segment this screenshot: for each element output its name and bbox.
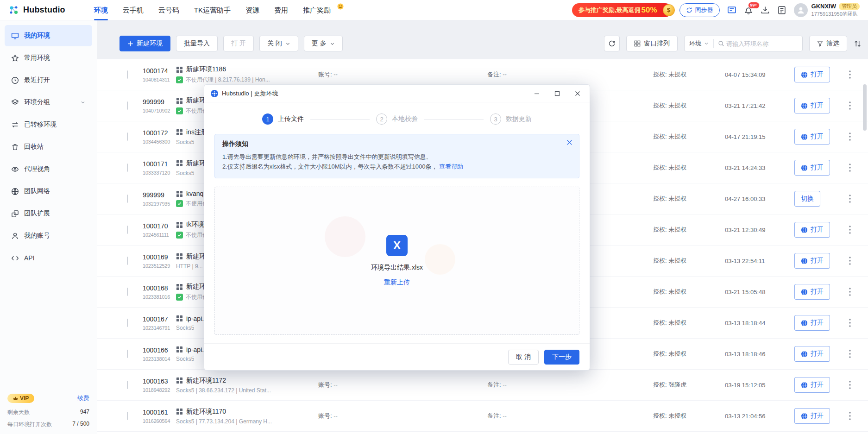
row-checkbox[interactable]: [127, 381, 128, 389]
close-icon[interactable]: [575, 91, 580, 96]
proxy-info: Socks5: [176, 325, 194, 331]
username: GKNXIW: [811, 3, 836, 10]
row-checkbox[interactable]: [127, 132, 128, 141]
minimize-icon[interactable]: [534, 91, 540, 96]
kebab-menu-icon: [849, 101, 851, 110]
open-environment-button[interactable]: 打开: [794, 284, 830, 300]
row-more-menu[interactable]: [841, 381, 859, 389]
new-environment-button[interactable]: 新建环境: [120, 36, 170, 51]
sort-columns-button[interactable]: [854, 40, 862, 48]
notice-close-icon[interactable]: [566, 139, 572, 145]
row-checkbox[interactable]: [127, 70, 128, 79]
sidebar-item-environment-groups[interactable]: 环境分组: [5, 92, 92, 113]
sidebar-item-proxy-view[interactable]: 代理视角: [5, 158, 92, 180]
vip-badge[interactable]: VIP: [7, 394, 34, 403]
row-checkbox[interactable]: [127, 164, 128, 172]
next-step-button[interactable]: 下一步: [544, 350, 579, 365]
search-scope-select[interactable]: 环境: [685, 39, 713, 48]
download-update-icon[interactable]: [761, 6, 770, 15]
kebab-menu-icon: [849, 412, 851, 420]
chevron-down-icon[interactable]: [80, 100, 86, 105]
search-input[interactable]: [724, 40, 802, 47]
open-environment-button[interactable]: 打开: [794, 253, 830, 269]
sidebar-item-my-account[interactable]: 我的账号: [5, 225, 92, 246]
account-cell: 账号: --: [318, 412, 487, 420]
vertical-scrollbar-thumb[interactable]: [863, 84, 867, 131]
work-order-icon[interactable]: [777, 6, 786, 15]
row-more-menu[interactable]: [841, 101, 859, 110]
team-name: 17759131950的团队: [811, 11, 860, 17]
row-more-menu[interactable]: [841, 257, 859, 265]
row-more-menu[interactable]: [841, 195, 859, 203]
nav-item-billing[interactable]: 费用: [267, 0, 296, 20]
row-checkbox[interactable]: [127, 257, 128, 265]
more-dropdown-button[interactable]: 更 多: [304, 36, 343, 51]
env-row[interactable]: 1000163 1018948292 新建环境1172 Socks5 | 38.…: [97, 370, 868, 401]
batch-import-button[interactable]: 批量导入: [176, 36, 218, 51]
open-environment-button[interactable]: 打开: [794, 377, 830, 393]
row-more-menu[interactable]: [841, 132, 859, 141]
sidebar-item-team-extension[interactable]: 团队扩展: [5, 203, 92, 224]
nav-item-referral[interactable]: 推广奖励: [296, 0, 343, 20]
row-more-menu[interactable]: [841, 164, 859, 172]
env-id-cell: 1000161 1016260564: [143, 409, 176, 424]
sidebar-item-recently-opened[interactable]: 最近打开: [5, 69, 92, 91]
upload-dropzone[interactable]: X 环境导出结果.xlsx 重新上传: [214, 187, 579, 335]
row-checkbox[interactable]: [127, 412, 128, 420]
notifications-bell-icon[interactable]: 99+: [744, 6, 753, 15]
nav-item-environment[interactable]: 环境: [87, 0, 115, 20]
hubstudio-mini-logo-icon: [211, 90, 218, 97]
reupload-link[interactable]: 重新上传: [384, 278, 410, 287]
open-environment-button[interactable]: 打开: [794, 222, 830, 238]
row-checkbox[interactable]: [127, 226, 128, 234]
nav-item-tk-assistant[interactable]: TK运营助手: [187, 0, 238, 20]
row-more-menu[interactable]: [841, 319, 859, 327]
timestamp-cell: 04-07 15:34:09: [725, 71, 794, 78]
sidebar-item-favorite-environments[interactable]: 常用环境: [5, 47, 92, 69]
row-checkbox[interactable]: [127, 319, 128, 327]
nav-item-resources[interactable]: 资源: [238, 0, 267, 20]
open-environment-button[interactable]: 打开: [794, 408, 830, 424]
nav-item-cloud-phone[interactable]: 云手机: [115, 0, 151, 20]
window-arrange-button[interactable]: 窗口排列: [626, 36, 678, 51]
row-checkbox[interactable]: [127, 195, 128, 203]
sidebar-item-transferred-environments[interactable]: 已转移环境: [5, 114, 92, 135]
workbench-icon[interactable]: [727, 6, 736, 15]
renew-link[interactable]: 续费: [77, 394, 89, 403]
sidebar-item-team-network[interactable]: 团队网络: [5, 181, 92, 202]
row-checkbox[interactable]: [127, 101, 128, 110]
open-button[interactable]: 打 开: [223, 36, 254, 51]
close-dropdown-button[interactable]: 关 闭: [259, 36, 298, 51]
filter-button[interactable]: 筛选: [809, 36, 847, 51]
maximize-icon[interactable]: [554, 91, 560, 96]
env-id-cell: 1000166 1023138014: [143, 346, 176, 362]
open-environment-button[interactable]: 打开: [794, 160, 830, 176]
sidebar-item-recycle-bin[interactable]: 回收站: [5, 136, 92, 157]
sidebar-item-my-environments[interactable]: 我的环境: [5, 25, 92, 46]
open-environment-button[interactable]: 打开: [794, 315, 830, 331]
row-more-menu[interactable]: [841, 288, 859, 296]
row-checkbox[interactable]: [127, 288, 128, 296]
open-environment-button[interactable]: 切换: [794, 191, 820, 207]
grid-app-icon: [176, 377, 183, 384]
nav-item-cloud-number[interactable]: 云号码: [151, 0, 187, 20]
view-help-link[interactable]: 查看帮助: [439, 163, 463, 170]
promo-banner[interactable]: 参与推广奖励,最高返佣50% $: [572, 3, 672, 17]
env-row[interactable]: 1000161 1016260564 新建环境1170 Socks5 | 77.…: [97, 401, 868, 432]
open-environment-button[interactable]: 打开: [794, 98, 830, 113]
sync-tool-button[interactable]: 同步器: [679, 3, 720, 17]
row-more-menu[interactable]: [841, 226, 859, 234]
sidebar-item-api[interactable]: API: [5, 247, 92, 269]
refresh-button[interactable]: [604, 36, 620, 51]
user-account[interactable]: GKNXIW 管理员 17759131950的团队: [794, 3, 860, 17]
row-more-menu[interactable]: [841, 70, 859, 79]
open-environment-button[interactable]: 打开: [794, 67, 830, 82]
row-more-menu[interactable]: [841, 350, 859, 358]
row-checkbox[interactable]: [127, 350, 128, 358]
timestamp-cell: 03-13 21:04:56: [725, 413, 794, 420]
chevron-down-icon: [285, 41, 290, 46]
cancel-button[interactable]: 取 消: [508, 350, 539, 365]
open-environment-button[interactable]: 打开: [794, 346, 830, 362]
open-environment-button[interactable]: 打开: [794, 129, 830, 145]
row-more-menu[interactable]: [841, 412, 859, 420]
